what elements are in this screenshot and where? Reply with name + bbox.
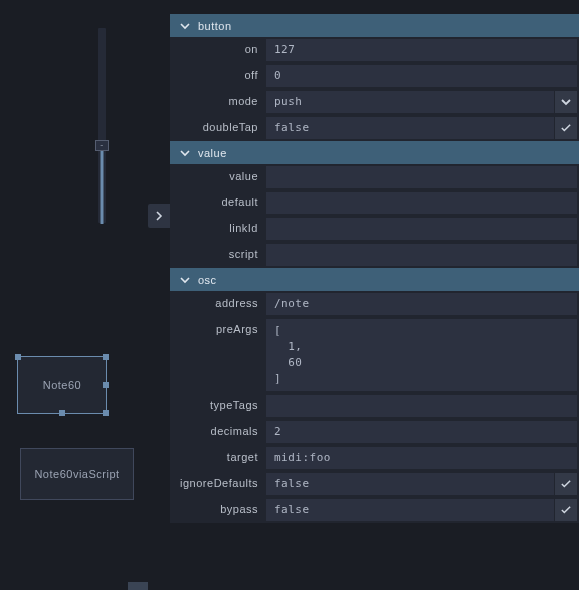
row-default: default <box>170 190 579 216</box>
input-preargs[interactable]: [ 1, 60 ] <box>266 319 577 391</box>
row-decimals: decimals 2 <box>170 419 579 445</box>
input-decimals[interactable]: 2 <box>266 421 577 443</box>
panel-collapse-toggle[interactable] <box>148 204 170 228</box>
check-icon <box>561 505 571 515</box>
label-on: on <box>170 37 266 63</box>
fader-knob[interactable] <box>95 140 109 151</box>
chevron-down-icon <box>180 21 190 31</box>
fader-widget[interactable] <box>98 28 106 223</box>
selection-handle[interactable] <box>15 354 21 360</box>
row-typetags: typeTags <box>170 393 579 419</box>
row-value: value <box>170 164 579 190</box>
row-bypass: bypass false <box>170 497 579 523</box>
label-target: target <box>170 445 266 471</box>
check-icon <box>561 123 571 133</box>
input-linkid[interactable] <box>266 218 577 240</box>
section-title: button <box>198 20 232 32</box>
input-ignoredefaults[interactable]: false <box>266 473 554 495</box>
row-target: target midi:foo <box>170 445 579 471</box>
label-typetags: typeTags <box>170 393 266 419</box>
row-ignoredefaults: ignoreDefaults false <box>170 471 579 497</box>
input-value[interactable] <box>266 166 577 188</box>
properties-panel: button on 127 off 0 mode push doubleTap … <box>170 0 579 580</box>
row-preargs: preArgs [ 1, 60 ] <box>170 317 579 393</box>
ignoredefaults-toggle[interactable] <box>555 473 577 495</box>
widget-note60[interactable]: Note60 <box>17 356 107 414</box>
selection-handle[interactable] <box>59 410 65 416</box>
label-off: off <box>170 63 266 89</box>
mode-dropdown-button[interactable] <box>555 91 577 113</box>
widget-note60-label: Note60 <box>43 379 81 391</box>
label-mode: mode <box>170 89 266 115</box>
section-header-button[interactable]: button <box>170 14 579 37</box>
row-mode: mode push <box>170 89 579 115</box>
input-target[interactable]: midi:foo <box>266 447 577 469</box>
check-icon <box>561 479 571 489</box>
scrollbar-thumb[interactable] <box>128 582 148 590</box>
widget-note60via-label: Note60viaScript <box>34 468 119 480</box>
row-script: script <box>170 242 579 268</box>
input-typetags[interactable] <box>266 395 577 417</box>
horizontal-scrollbar[interactable] <box>0 582 148 590</box>
label-ignoredefaults: ignoreDefaults <box>170 471 266 497</box>
row-linkid: linkId <box>170 216 579 242</box>
fader-fill <box>101 144 104 224</box>
row-address: address /note <box>170 291 579 317</box>
row-off: off 0 <box>170 63 579 89</box>
label-default: default <box>170 190 266 216</box>
row-on: on 127 <box>170 37 579 63</box>
input-bypass[interactable]: false <box>266 499 554 521</box>
selection-handle[interactable] <box>103 382 109 388</box>
chevron-down-icon <box>180 148 190 158</box>
select-mode[interactable]: push <box>266 91 554 113</box>
input-doubletap[interactable]: false <box>266 117 554 139</box>
label-bypass: bypass <box>170 497 266 523</box>
chevron-right-icon <box>154 211 164 221</box>
label-doubletap: doubleTap <box>170 115 266 141</box>
chevron-down-icon <box>180 275 190 285</box>
row-doubletap: doubleTap false <box>170 115 579 141</box>
input-off[interactable]: 0 <box>266 65 577 87</box>
widget-note60viascript[interactable]: Note60viaScript <box>20 448 134 500</box>
label-value: value <box>170 164 266 190</box>
section-title: value <box>198 147 227 159</box>
input-on[interactable]: 127 <box>266 39 577 61</box>
label-linkid: linkId <box>170 216 266 242</box>
label-decimals: decimals <box>170 419 266 445</box>
input-address[interactable]: /note <box>266 293 577 315</box>
chevron-down-icon <box>561 97 571 107</box>
section-header-value[interactable]: value <box>170 141 579 164</box>
section-header-osc[interactable]: osc <box>170 268 579 291</box>
input-default[interactable] <box>266 192 577 214</box>
input-script[interactable] <box>266 244 577 266</box>
label-preargs: preArgs <box>170 317 266 393</box>
selection-handle[interactable] <box>103 354 109 360</box>
section-title: osc <box>198 274 217 286</box>
selection-handle[interactable] <box>103 410 109 416</box>
bypass-toggle[interactable] <box>555 499 577 521</box>
canvas-area[interactable]: Note60 Note60viaScript <box>0 0 148 590</box>
doubletap-toggle[interactable] <box>555 117 577 139</box>
label-address: address <box>170 291 266 317</box>
label-script: script <box>170 242 266 268</box>
